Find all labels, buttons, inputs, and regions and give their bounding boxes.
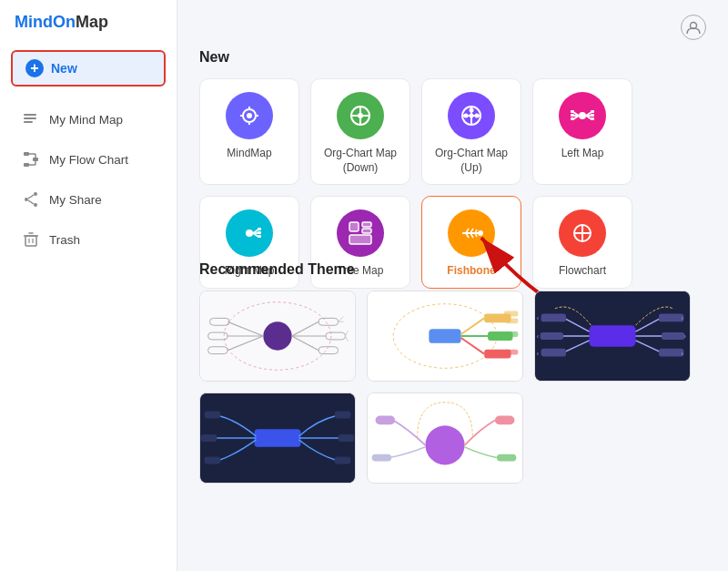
- sidebar-item-my-mind-map[interactable]: My Mind Map: [7, 101, 169, 138]
- svg-text:‹: ‹: [537, 315, 539, 321]
- svg-rect-128: [205, 411, 221, 418]
- new-section-title: New: [199, 49, 706, 66]
- svg-rect-0: [24, 114, 36, 116]
- svg-rect-107: [590, 325, 636, 347]
- logo-text: MindOnMap: [15, 13, 108, 32]
- sidebar: MindOnMap + New My Mind Map: [0, 0, 177, 571]
- svg-rect-43: [571, 114, 574, 117]
- main-content: New MindMap: [177, 0, 728, 571]
- svg-rect-5: [24, 163, 29, 167]
- sidebar-item-my-flow-chart[interactable]: My Flow Chart: [7, 141, 169, 178]
- template-org-chart-up[interactable]: Org-Chart Map (Up): [421, 78, 521, 185]
- template-left-map[interactable]: Left Map: [532, 78, 632, 185]
- theme-card-3[interactable]: › › › ‹ ‹ ‹: [534, 291, 691, 382]
- svg-point-34: [470, 108, 474, 113]
- svg-point-76: [263, 321, 291, 350]
- svg-rect-113: [659, 349, 683, 357]
- share-icon: [22, 190, 40, 209]
- my-share-label: My Share: [49, 193, 102, 207]
- template-fishbone[interactable]: Fishbone: [421, 196, 521, 289]
- svg-rect-51: [246, 229, 253, 237]
- new-button[interactable]: + New: [11, 50, 166, 87]
- user-avatar-button[interactable]: [681, 15, 706, 40]
- org-chart-up-icon: [448, 92, 495, 139]
- svg-rect-2: [24, 121, 33, 123]
- svg-rect-111: [662, 332, 684, 340]
- svg-text:‹: ‹: [537, 350, 539, 356]
- left-map-label: Left Map: [561, 147, 604, 161]
- svg-rect-132: [339, 434, 355, 442]
- svg-rect-58: [349, 222, 359, 231]
- svg-rect-104: [507, 331, 519, 337]
- svg-rect-117: [541, 332, 563, 340]
- fishbone-icon: [448, 209, 495, 257]
- template-org-chart-down[interactable]: Org-Chart Map(Down): [310, 78, 410, 185]
- svg-rect-42: [571, 110, 574, 113]
- sidebar-item-trash[interactable]: Trash: [7, 221, 169, 258]
- svg-rect-3: [24, 152, 29, 156]
- right-map-icon: [226, 209, 273, 257]
- mind-map-icon: [22, 110, 40, 128]
- svg-point-37: [475, 114, 480, 118]
- svg-rect-133: [335, 456, 351, 464]
- svg-rect-137: [372, 454, 392, 461]
- svg-rect-136: [376, 415, 396, 424]
- my-mind-map-label: My Mind Map: [49, 113, 123, 127]
- sidebar-item-my-share[interactable]: My Share: [7, 181, 169, 218]
- org-chart-up-label: Org-Chart Map (Up): [431, 147, 511, 175]
- org-chart-down-icon: [337, 92, 384, 139]
- svg-text:›: ›: [681, 350, 682, 356]
- svg-point-30: [358, 113, 363, 118]
- my-flow-chart-label: My Flow Chart: [49, 153, 128, 167]
- template-flowchart[interactable]: Flowchart: [532, 196, 632, 289]
- theme-card-2[interactable]: [367, 291, 523, 382]
- svg-rect-38: [579, 112, 586, 119]
- svg-point-135: [425, 425, 464, 464]
- svg-rect-44: [571, 117, 574, 120]
- svg-point-10: [34, 192, 37, 196]
- svg-rect-102: [504, 311, 519, 316]
- svg-point-35: [470, 114, 474, 118]
- tree-map-icon: [337, 209, 384, 257]
- template-mindmap[interactable]: MindMap: [199, 78, 299, 185]
- theme-card-4[interactable]: [199, 393, 356, 484]
- logo: MindOnMap: [0, 0, 177, 45]
- svg-text:›: ›: [683, 333, 685, 340]
- svg-line-13: [28, 195, 34, 199]
- template-grid: MindMap Org-Chart Map(Down): [199, 78, 706, 289]
- svg-text:›: ›: [681, 315, 682, 321]
- svg-rect-48: [591, 110, 594, 113]
- fishbone-label: Fishbone: [447, 264, 495, 279]
- theme-card-5[interactable]: [367, 393, 523, 484]
- mindmap-label: MindMap: [227, 147, 271, 161]
- svg-text:‹: ‹: [537, 333, 539, 340]
- new-label: New: [51, 61, 77, 76]
- svg-rect-115: [541, 313, 566, 321]
- mindmap-icon: [226, 92, 273, 139]
- svg-point-26: [247, 113, 252, 118]
- flowchart-label: Flowchart: [559, 264, 606, 279]
- svg-point-63: [478, 230, 483, 236]
- svg-rect-139: [497, 454, 517, 461]
- svg-rect-129: [201, 434, 217, 442]
- svg-rect-119: [541, 349, 566, 357]
- svg-rect-55: [258, 228, 261, 230]
- plus-icon: +: [25, 59, 44, 77]
- svg-rect-109: [659, 313, 683, 321]
- svg-point-12: [34, 203, 37, 207]
- svg-rect-105: [504, 349, 519, 354]
- org-chart-down-label: Org-Chart Map(Down): [324, 147, 397, 175]
- svg-rect-95: [429, 329, 460, 343]
- theme-card-1[interactable]: [199, 291, 356, 382]
- svg-rect-61: [349, 235, 371, 244]
- left-map-icon: [559, 92, 606, 139]
- svg-rect-15: [25, 236, 36, 246]
- svg-rect-59: [362, 222, 371, 227]
- trash-icon: [22, 230, 40, 249]
- svg-rect-1: [24, 117, 36, 119]
- svg-rect-49: [591, 114, 594, 117]
- svg-rect-138: [495, 415, 515, 424]
- flow-chart-icon: [22, 150, 40, 168]
- svg-rect-131: [335, 411, 351, 418]
- svg-point-36: [464, 114, 469, 118]
